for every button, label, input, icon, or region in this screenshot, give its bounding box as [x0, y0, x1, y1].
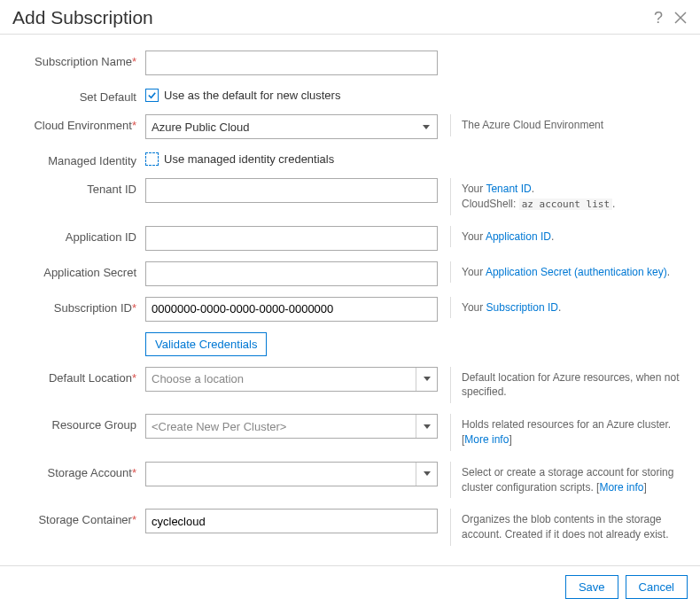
desc-storage-account: Select or create a storage account for s…	[450, 462, 688, 499]
row-managed-identity: Managed Identity Use managed identity cr…	[12, 150, 688, 167]
chevron-down-icon	[424, 377, 431, 381]
label-managed-identity: Managed Identity	[12, 150, 145, 167]
label-subscription-name: Subscription Name*	[12, 51, 145, 68]
row-resource-group: Resource Group <Create New Per Cluster> …	[12, 414, 688, 451]
chevron-down-icon	[424, 471, 431, 476]
desc-tenant-id: Your Tenant ID. CloudShell: az account l…	[450, 178, 688, 215]
row-subscription-id: Subscription ID* Your Subscription ID.	[12, 297, 688, 322]
resource-group-select[interactable]: <Create New Per Cluster>	[145, 414, 438, 439]
label-application-secret: Application Secret	[12, 261, 145, 279]
row-default-location: Default Location* Choose a location Defa…	[12, 367, 688, 404]
dialog-title: Add Subscription	[12, 7, 153, 28]
header-icons: ?	[654, 9, 688, 27]
dialog-footer: Save Cancel	[0, 565, 700, 599]
chevron-down-icon	[424, 424, 431, 429]
row-storage-account: Storage Account* Select or create a stor…	[12, 462, 688, 499]
cancel-button[interactable]: Cancel	[626, 575, 688, 599]
label-application-id: Application ID	[12, 226, 145, 244]
application-secret-link[interactable]: Application Secret (authentication key)	[486, 266, 667, 278]
validate-credentials-button[interactable]: Validate Credentials	[145, 332, 267, 356]
set-default-text: Use as the default for new clusters	[164, 89, 340, 102]
label-storage-container: Storage Container*	[12, 509, 145, 526]
desc-cloud-environment: The Azure Cloud Environment	[450, 114, 688, 136]
subscription-id-input[interactable]	[145, 297, 438, 322]
label-tenant-id: Tenant ID	[12, 178, 145, 196]
set-default-checkbox[interactable]	[145, 89, 159, 102]
desc-application-id: Your Application ID.	[450, 226, 688, 248]
desc-resource-group: Holds related resources for an Azure clu…	[450, 414, 688, 451]
storage-container-input[interactable]	[145, 509, 438, 533]
row-application-id: Application ID Your Application ID.	[12, 226, 688, 251]
row-tenant-id: Tenant ID Your Tenant ID. CloudShell: az…	[12, 178, 688, 215]
cloudshell-code: az account list	[519, 198, 612, 210]
storage-account-select[interactable]	[145, 462, 438, 486]
help-icon[interactable]: ?	[654, 9, 663, 27]
subscription-id-link[interactable]: Subscription ID	[486, 301, 558, 314]
default-location-select[interactable]: Choose a location	[145, 367, 438, 392]
row-subscription-name: Subscription Name*	[12, 51, 688, 75]
row-cloud-environment: Cloud Environment* Azure Public Cloud Th…	[12, 114, 688, 139]
cloud-environment-select[interactable]: Azure Public Cloud	[145, 114, 438, 139]
dialog-body: Subscription Name* Set Default Use as th…	[0, 35, 700, 565]
tenant-id-link[interactable]: Tenant ID	[486, 183, 531, 195]
label-resource-group: Resource Group	[12, 414, 145, 432]
application-id-input[interactable]	[145, 226, 438, 251]
row-set-default: Set Default Use as the default for new c…	[12, 86, 688, 104]
label-set-default: Set Default	[12, 86, 145, 104]
tenant-id-input[interactable]	[145, 178, 438, 203]
close-icon[interactable]	[673, 11, 688, 25]
row-validate: Validate Credentials	[12, 332, 688, 356]
storage-account-more-info-link[interactable]: More info	[599, 481, 643, 494]
application-id-link[interactable]: Application ID	[486, 230, 551, 243]
desc-application-secret: Your Application Secret (authentication …	[450, 261, 688, 284]
save-button[interactable]: Save	[565, 575, 618, 599]
managed-identity-checkbox[interactable]	[145, 152, 159, 166]
dialog-header: Add Subscription ?	[0, 0, 700, 35]
label-default-location: Default Location*	[12, 367, 145, 385]
desc-default-location: Default location for Azure resources, wh…	[450, 367, 688, 404]
label-cloud-environment: Cloud Environment*	[12, 114, 145, 132]
application-secret-input[interactable]	[145, 261, 438, 286]
desc-storage-container: Organizes the blob contents in the stora…	[450, 509, 688, 546]
add-subscription-dialog: Add Subscription ? Subscription Name* Se…	[0, 0, 700, 599]
label-subscription-id: Subscription ID*	[12, 297, 145, 315]
resource-group-more-info-link[interactable]: More info	[464, 433, 509, 446]
label-storage-account: Storage Account*	[12, 462, 145, 479]
subscription-name-input[interactable]	[145, 51, 438, 75]
chevron-down-icon	[423, 125, 430, 129]
managed-identity-text: Use managed identity credentials	[164, 152, 334, 166]
row-storage-container: Storage Container* Organizes the blob co…	[12, 509, 688, 546]
desc-subscription-id: Your Subscription ID.	[450, 297, 688, 319]
row-application-secret: Application Secret Your Application Secr…	[12, 261, 688, 286]
